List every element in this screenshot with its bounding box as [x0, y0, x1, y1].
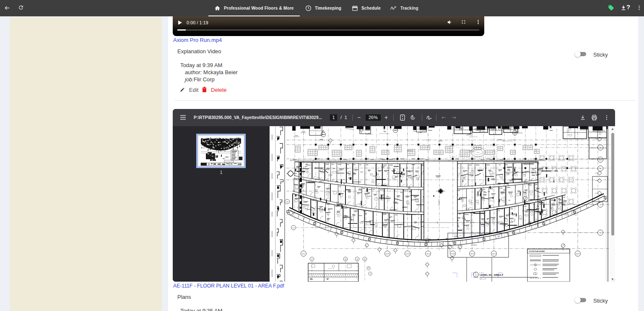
- svg-text:1: 1: [475, 274, 477, 276]
- svg-text:1/8" = 1'-0": 1/8" = 1'-0": [480, 278, 486, 280]
- svg-text:INFO: INFO: [477, 152, 479, 153]
- svg-text:RETAIL: RETAIL: [513, 167, 517, 168]
- svg-text:VESTIBULE: VESTIBULE: [471, 244, 477, 246]
- svg-text:P.5: P.5: [368, 267, 369, 269]
- svg-text:LEVEL 01 - AREA F: LEVEL 01 - AREA F: [480, 273, 504, 276]
- svg-text:MATERIALS: MATERIALS: [328, 268, 334, 269]
- svg-text:G.4: G.4: [599, 159, 602, 161]
- svg-text:10.9: 10.9: [386, 253, 390, 255]
- svg-text:17: 17: [311, 259, 313, 260]
- svg-text:12.8: 12.8: [451, 253, 455, 255]
- svg-text:12.4: 12.4: [426, 253, 430, 255]
- svg-text:K: K: [600, 232, 601, 234]
- svg-text:20: 20: [364, 259, 366, 260]
- svg-text:13.9: 13.9: [470, 253, 474, 255]
- svg-text:G: G: [370, 273, 371, 275]
- svg-text:8.3: 8.3: [302, 253, 305, 255]
- svg-text:X.7: X.7: [292, 227, 294, 229]
- svg-text:J.6: J.6: [286, 201, 288, 203]
- svg-text:19: 19: [356, 259, 358, 260]
- svg-text:MODULE: MODULE: [408, 150, 413, 152]
- svg-text:FLOOR PLAN LEGEND: FLOOR PLAN LEGEND: [529, 251, 545, 252]
- svg-text:14.9: 14.9: [492, 253, 496, 255]
- svg-text:J: J: [600, 204, 601, 206]
- svg-text:H: H: [600, 168, 601, 170]
- svg-text:G: G: [600, 147, 601, 149]
- svg-text:16.9: 16.9: [576, 253, 580, 255]
- svg-text:11.9: 11.9: [406, 253, 409, 255]
- svg-text:18: 18: [345, 259, 346, 260]
